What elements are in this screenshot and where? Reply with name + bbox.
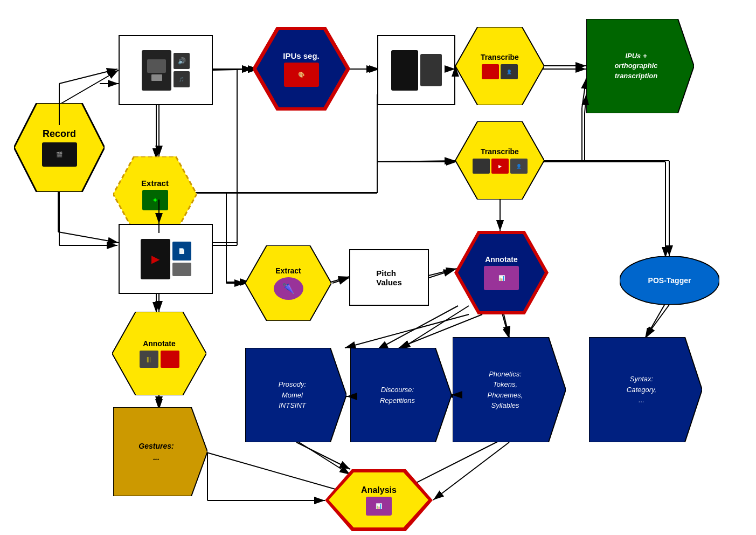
phonetics-label: Phonetics:Tokens,Phonemes,Syllables xyxy=(488,369,523,411)
record-node: Record 🎬 xyxy=(14,103,105,192)
discourse-node: Discourse:Repetitions xyxy=(350,348,452,442)
svg-line-19 xyxy=(424,269,457,277)
syntax-node: Syntax:Category,... xyxy=(589,337,702,442)
svg-line-5 xyxy=(58,232,119,243)
pos-tagger-label: POS-Tagger xyxy=(648,276,691,285)
prosody-label: Prosody:MomelINTSINT xyxy=(279,379,306,411)
svg-line-78 xyxy=(377,161,455,162)
svg-line-29 xyxy=(645,303,665,339)
syntax-label: Syntax:Category,... xyxy=(627,374,656,406)
svg-line-100 xyxy=(296,442,350,469)
svg-line-26 xyxy=(377,306,458,349)
svg-line-101 xyxy=(433,442,509,500)
gestures-node: Gestures:... xyxy=(113,407,207,496)
analysis-label: Analysis xyxy=(361,485,397,495)
discourse-label: Discourse:Repetitions xyxy=(380,385,415,406)
pitch-values-label: PitchValues xyxy=(376,269,402,287)
audio-box: 🔊 🎵 xyxy=(119,35,213,105)
svg-line-62 xyxy=(59,69,117,84)
svg-line-83 xyxy=(429,270,454,278)
gestures-label: Gestures:... xyxy=(138,441,174,463)
video-box: ▶ 📄 xyxy=(119,224,213,294)
svg-line-82 xyxy=(332,278,349,283)
ipu-seg-label: IPUs seg. xyxy=(283,51,320,60)
extract2-node: Extract 🌂 xyxy=(245,245,331,321)
ipu-output-node: IPUs +orthographictranscription xyxy=(586,19,694,113)
extract-dashed-node: Extract ✦ xyxy=(113,156,197,232)
record-label: Record xyxy=(43,128,76,140)
prosody-node: Prosody:MomelINTSINT xyxy=(245,348,346,442)
ipu-output-label: IPUs +orthographictranscription xyxy=(614,51,657,81)
phonetics-node: Phonetics:Tokens,Phonemes,Syllables xyxy=(453,337,566,442)
annotate-right-node: Annotate 📊 xyxy=(454,231,549,314)
transcribe2-label: Transcribe xyxy=(481,147,519,156)
pos-tagger-node: POS-Tagger xyxy=(620,256,719,305)
extract2-label: Extract xyxy=(275,266,301,275)
svg-line-6 xyxy=(213,69,259,70)
svg-line-92 xyxy=(504,314,509,337)
extract-dashed-label: Extract xyxy=(141,179,169,188)
annotate-right-label: Annotate xyxy=(485,255,518,264)
svg-line-90 xyxy=(345,314,469,348)
analysis-node: Analysis 📊 xyxy=(325,469,433,531)
center-top-box xyxy=(377,35,455,105)
annotate-left-node: Annotate ||| xyxy=(112,312,206,395)
diagram-container: Record 🎬 🔊 🎵 xyxy=(0,0,756,535)
svg-line-18 xyxy=(331,277,349,282)
pitch-values-node: PitchValues xyxy=(349,249,429,306)
annotate-left-label: Annotate xyxy=(143,339,176,348)
transcribe2-node: Transcribe ▶ 👤 xyxy=(455,121,544,200)
svg-line-93 xyxy=(646,305,669,337)
transcribe1-label: Transcribe xyxy=(481,53,519,61)
svg-line-3 xyxy=(58,70,119,105)
svg-line-14 xyxy=(582,78,586,108)
transcribe1-node: Transcribe 👤 xyxy=(455,27,544,105)
ipu-seg-node: IPUs seg. 🎨 xyxy=(253,27,350,111)
